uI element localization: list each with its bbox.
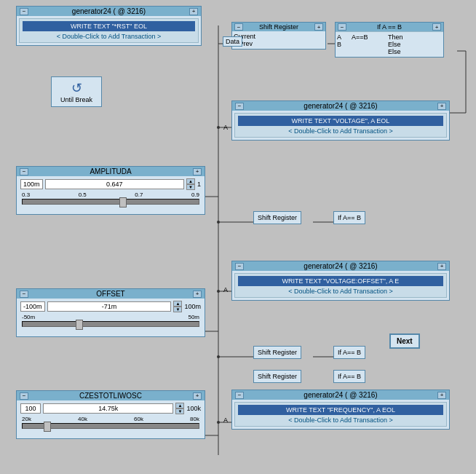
amp-up-btn[interactable]: ▲ <box>186 178 195 184</box>
offset-label-0: -50m <box>22 314 35 320</box>
gen1-dclick[interactable]: < Double-Click to Add Transaction > <box>23 33 195 40</box>
offset-min: -100m <box>20 301 45 312</box>
generator2-panel: − generator24 ( @ 3216) + WRITE TEXT "VO… <box>231 100 450 141</box>
czest-body: 100 14.75k ▲ ▼ 100k 20k 40k 60k 80k <box>17 400 205 438</box>
data-label-text: Data <box>226 38 239 45</box>
shift-register1-block: − Shift Register + Current 1 Prev <box>231 22 326 50</box>
gen4-close-btn[interactable]: + <box>437 392 446 399</box>
a-label-2: A <box>223 286 228 293</box>
if1-title-text: If A == B <box>377 23 402 31</box>
if1-spacer2 <box>337 48 352 55</box>
gen1-close-btn[interactable]: + <box>189 8 198 15</box>
amplituda-body: 100m 0.647 ▲ ▼ 1 0.3 0.5 0.7 0.9 <box>17 176 205 214</box>
gen2-close-btn[interactable]: + <box>437 103 446 110</box>
amp-min: 100m <box>20 179 43 189</box>
czest-label-1: 40k <box>78 416 87 422</box>
generator1-body: WRITE TEXT "*RST" EOL < Double-Click to … <box>19 18 199 43</box>
offset-spinner[interactable]: ▲ ▼ <box>173 301 182 312</box>
offset-down-btn[interactable]: ▼ <box>173 307 182 312</box>
offset-labels: -50m 50m <box>20 314 201 320</box>
czest-up-btn[interactable]: ▲ <box>175 403 184 408</box>
czest-label-0: 20k <box>22 416 31 422</box>
gen1-title-text: generator24 ( @ 3216) <box>72 7 146 15</box>
amplituda-title: − AMPLITUDA + <box>17 167 205 176</box>
offset-title-text: OFFSET <box>96 290 124 298</box>
if1-else3: Else <box>388 48 424 55</box>
generator4-panel: − generator24 ( @ 3216) + WRITE TEXT "FR… <box>231 390 450 430</box>
czest-thumb[interactable] <box>44 422 51 432</box>
offset-body: -100m -71m ▲ ▼ 100m -50m 50m <box>17 299 205 336</box>
offset-up-btn[interactable]: ▲ <box>173 301 182 307</box>
next-btn-label: Next <box>397 337 413 345</box>
gen3-dclick[interactable]: < Double-Click to Add Transaction > <box>238 288 443 295</box>
generator3-body: WRITE TEXT "VOLTAGE:OFFSET", A E < Doubl… <box>234 273 447 298</box>
sr1-spacer <box>263 33 306 40</box>
shift-register3-block: Shift Register <box>253 346 301 359</box>
svg-point-19 <box>217 290 220 293</box>
amplituda-title-text: AMPLITUDA <box>90 167 131 175</box>
offset-track[interactable] <box>22 321 199 327</box>
amp-minimize-btn[interactable]: − <box>20 168 28 175</box>
czest-title: − CZESTOTLIWOSC + <box>17 391 205 400</box>
czest-value-input[interactable]: 14.75k <box>43 403 173 414</box>
sr3-label: Shift Register <box>258 349 297 356</box>
offset-thumb[interactable] <box>76 320 83 330</box>
gen2-minimize-btn[interactable]: − <box>235 103 244 110</box>
amp-spinner[interactable]: ▲ ▼ <box>186 178 195 190</box>
sr2-label: Shift Register <box>258 214 297 221</box>
svg-point-21 <box>217 421 220 424</box>
czest-title-text: CZESTOTLIWOSC <box>79 392 142 400</box>
czest-track[interactable] <box>22 423 199 429</box>
czest-minimize-btn[interactable]: − <box>20 392 28 400</box>
until-break-block[interactable]: ↺ Until Break <box>51 76 102 107</box>
loop-icon: ↺ <box>56 80 97 96</box>
sr1-spacer2 <box>263 40 306 47</box>
czest-value-row: 100 14.75k ▲ ▼ 100k <box>20 403 201 414</box>
if1-minimize[interactable]: − <box>338 23 346 31</box>
czest-close-btn[interactable]: + <box>193 392 202 400</box>
offset-close-btn[interactable]: + <box>193 291 202 298</box>
if1-close[interactable]: + <box>432 23 441 31</box>
sr1-title-text: Shift Register <box>259 23 298 31</box>
if-block1: − If A == B + A A==B Then B Else Else <box>335 22 444 58</box>
czest-down-btn[interactable]: ▼ <box>175 408 184 414</box>
amp-value-input[interactable]: 0.647 <box>45 179 184 189</box>
gen3-close-btn[interactable]: + <box>437 263 446 270</box>
gen1-minimize-btn[interactable]: − <box>20 8 28 15</box>
amp-label-2: 0.7 <box>135 191 143 198</box>
amp-close-btn[interactable]: + <box>193 168 202 175</box>
gen2-dclick[interactable]: < Double-Click to Add Transaction > <box>238 127 443 135</box>
if4-label: If A== B <box>338 373 361 380</box>
amp-track[interactable] <box>22 199 199 205</box>
offset-title: − OFFSET + <box>17 289 205 299</box>
if-block2: If A== B <box>333 211 365 224</box>
gen4-minimize-btn[interactable]: − <box>235 392 244 399</box>
amp-thumb[interactable] <box>119 197 127 208</box>
gen4-dclick[interactable]: < Double-Click to Add Transaction > <box>238 416 443 424</box>
generator4-title: − generator24 ( @ 3216) + <box>232 390 449 400</box>
sr4-label: Shift Register <box>258 373 297 380</box>
offset-minimize-btn[interactable]: − <box>20 291 28 298</box>
offset-value-input[interactable]: -71m <box>47 301 172 312</box>
gen1-write: WRITE TEXT "*RST" EOL <box>23 21 195 31</box>
a-label-1: A <box>223 124 228 131</box>
offset-track-container: -50m 50m <box>20 314 201 334</box>
amp-down-btn[interactable]: ▼ <box>186 184 195 190</box>
gen3-minimize-btn[interactable]: − <box>235 263 244 270</box>
czest-spinner[interactable]: ▲ ▼ <box>175 403 184 414</box>
amp-track-container: 0.3 0.5 0.7 0.9 <box>20 191 201 212</box>
gen3-write: WRITE TEXT "VOLTAGE:OFFSET", A E <box>238 276 443 286</box>
svg-point-20 <box>217 355 220 358</box>
if1-a: A <box>337 33 352 41</box>
amp-label-3: 0.9 <box>191 191 199 198</box>
sr1-close[interactable]: + <box>314 23 323 31</box>
generator2-body: WRITE TEXT "VOLTAGE", A EOL < Double-Cli… <box>234 113 447 138</box>
generator2-title: − generator24 ( @ 3216) + <box>232 101 449 111</box>
offset-value-row: -100m -71m ▲ ▼ 100m <box>20 301 201 312</box>
amp-max: 1 <box>197 181 201 188</box>
if1-aeqb: A==B <box>352 33 388 41</box>
next-button[interactable]: Next <box>389 333 420 349</box>
sr1-minimize[interactable]: − <box>234 23 243 31</box>
data-label-block: Data <box>223 36 242 47</box>
czest-label-3: 80k <box>190 416 199 422</box>
